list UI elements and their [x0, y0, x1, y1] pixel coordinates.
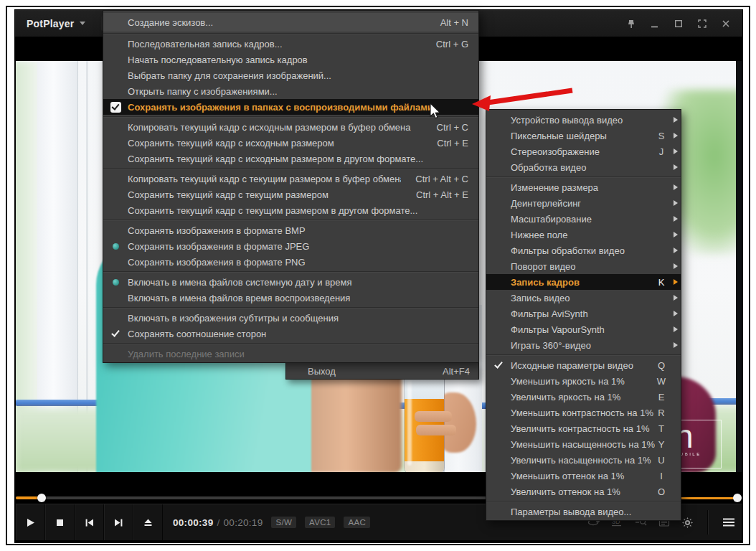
menu-item[interactable]: Пиксельные шейдеры S: [486, 128, 681, 143]
menu-item[interactable]: Фильтры обработки видео: [486, 242, 681, 258]
menu-item-label: Фильтры VapourSynth: [511, 324, 655, 335]
menu-item-label: Деинтерлейсинг: [511, 198, 655, 209]
submenu-arrow-icon: [671, 149, 681, 154]
menu-item[interactable]: Сохранить текущий кадр с текущим размеро…: [103, 187, 478, 202]
menu-item[interactable]: Запись видео: [486, 290, 681, 306]
seek-thumb[interactable]: [37, 494, 46, 502]
menu-item[interactable]: Увеличить насыщенность на 1% U: [486, 452, 681, 468]
menu-separator: [103, 168, 478, 169]
menu-item[interactable]: Открыть папку с изображениями...: [103, 83, 478, 99]
fullscreen-button[interactable]: [694, 16, 710, 32]
stop-button[interactable]: [45, 504, 75, 540]
next-button[interactable]: [104, 504, 133, 540]
menu-item[interactable]: Последовательная запись кадров... Ctrl +…: [103, 36, 478, 52]
menu-item[interactable]: Обработка видео: [486, 159, 681, 175]
shortcut-label: O: [655, 486, 668, 497]
stop-icon: [55, 517, 65, 528]
play-button[interactable]: [16, 504, 45, 540]
menu-hamburger-icon[interactable]: [722, 517, 736, 528]
menu-item[interactable]: Уменьшить оттенок на 1% I: [486, 468, 681, 484]
menu-item[interactable]: Сохранить текущий кадр с исходным размер…: [103, 151, 478, 166]
menu-item-label: Обработка видео: [511, 162, 655, 173]
menu-item[interactable]: Сохранять изображения в формате JPEG: [103, 238, 478, 254]
time-display: 00:00:39 / 00:20:19 S/W AVC1 AAC: [173, 517, 370, 528]
menu-item[interactable]: Фильтры AviSynth: [486, 306, 681, 321]
menu-item[interactable]: Сохранить текущий кадр с текущим размеро…: [103, 202, 478, 218]
shortcut-label: Y: [655, 439, 668, 450]
current-time: 00:00:39: [173, 517, 213, 528]
menu-item[interactable]: Параметры вывода видео...: [486, 504, 681, 519]
shortcut-label: S: [655, 131, 668, 141]
menu-item[interactable]: Копировать текущий кадр с текущим размер…: [103, 171, 478, 187]
menu-item[interactable]: Уменьшить яркость на 1% W: [486, 373, 681, 389]
menu-item[interactable]: Создание эскизов... Alt + N: [103, 13, 478, 32]
menu-item-label: Копировать текущий кадр с текущим размер…: [128, 174, 401, 184]
chevron-down-icon[interactable]: [80, 22, 85, 25]
menu-item-label: Сохранить текущий кадр с текущим размеро…: [128, 189, 402, 200]
submenu-arrow-icon: [671, 311, 681, 316]
close-button[interactable]: [718, 16, 734, 32]
menu-item[interactable]: Исходные параметры видео Q: [486, 357, 681, 373]
eject-icon: [143, 517, 153, 528]
menu-item[interactable]: Сохранять изображения в формате PNG: [103, 254, 478, 270]
menu-item[interactable]: Уменьшить контрастность на 1% R: [486, 405, 681, 420]
menu-item[interactable]: Увеличить контрастность на 1% T: [486, 420, 681, 436]
menu-item[interactable]: Увеличить яркость на 1% E: [486, 389, 681, 405]
video-codec-badge: AVC1: [305, 517, 335, 528]
previous-icon: [84, 517, 95, 528]
menu-item[interactable]: Начать последовательную запись кадров: [103, 52, 478, 67]
menu-item[interactable]: Включать в имена файлов время воспроизве…: [103, 290, 478, 306]
menu-item[interactable]: Сохранять соотношение сторон: [103, 326, 478, 342]
minimize-icon: [650, 19, 660, 29]
menu-item-exit[interactable]: Выход Alt+F4: [285, 363, 479, 380]
menu-item-label: Уменьшить оттенок на 1%: [511, 471, 655, 481]
menu-item[interactable]: Запись кадров K: [486, 274, 681, 290]
submenu-arrow-icon: [671, 133, 681, 138]
menu-item[interactable]: Поворот видео: [486, 258, 681, 274]
menu-separator: [486, 354, 681, 356]
menu-item-label: Открыть папку с изображениями...: [128, 86, 454, 97]
menu-item-label: Уменьшить насыщенность на 1%: [511, 439, 655, 450]
maximize-button[interactable]: [671, 16, 686, 32]
play-icon: [25, 517, 36, 528]
app-title[interactable]: PotPlayer: [27, 18, 74, 29]
menu-item-label: Поворот видео: [511, 261, 655, 272]
total-time: 00:20:19: [224, 517, 263, 528]
menu-item[interactable]: Изменение размера: [486, 179, 681, 195]
menu-item-label: Запись кадров: [511, 277, 655, 288]
menu-item-label: Сохранять изображения в папках с воспрои…: [128, 102, 454, 113]
menu-item[interactable]: Уменьшить насыщенность на 1% Y: [486, 436, 681, 452]
menu-item[interactable]: Копировать текущий кадр с исходным разме…: [103, 119, 478, 135]
shortcut-label: U: [655, 455, 668, 466]
menu-item-label: Включать в имена файлов время воспроизве…: [128, 293, 454, 303]
pin-button[interactable]: [623, 16, 639, 32]
menu-item[interactable]: Сохранить текущий кадр с исходным размер…: [103, 135, 478, 151]
eject-button[interactable]: [133, 504, 163, 540]
menu-item[interactable]: Нижнее поле: [486, 227, 681, 242]
previous-button[interactable]: [75, 504, 104, 540]
shortcut-label: J: [655, 146, 668, 157]
menu-item[interactable]: Увеличить оттенок на 1% O: [486, 484, 681, 499]
menu-item-label: Сохранять изображения в формате PNG: [128, 257, 454, 268]
menu-item[interactable]: Сохранять изображения в папках с воспрои…: [103, 99, 478, 115]
menu-item-label: Сохранять изображения в формате JPEG: [128, 241, 454, 252]
menu-item[interactable]: Масштабирование: [486, 211, 681, 227]
volume-thumb[interactable]: [733, 494, 742, 502]
menu-item[interactable]: Включать в имена файлов системную дату и…: [103, 274, 478, 290]
settings-gear-icon[interactable]: [681, 517, 694, 529]
menu-item[interactable]: Удалить последние записи: [103, 346, 478, 362]
menu-separator: [103, 116, 478, 118]
menu-item[interactable]: Сохранять изображения в формате BMP: [103, 222, 478, 238]
submenu-arrow-icon: [671, 200, 681, 206]
shortcut-label: T: [655, 423, 668, 434]
menu-item[interactable]: Стереоизображение J: [486, 143, 681, 159]
shortcut-label: Ctrl + E: [437, 138, 468, 149]
shortcut-label: Ctrl + Alt + C: [415, 174, 468, 184]
decoder-badge: S/W: [271, 517, 296, 528]
menu-item[interactable]: Выбрать папку для сохранения изображений…: [103, 67, 478, 83]
menu-item[interactable]: Деинтерлейсинг: [486, 195, 681, 211]
minimize-button[interactable]: [647, 16, 663, 32]
menu-item[interactable]: Играть 360°-видео: [486, 337, 681, 353]
menu-item[interactable]: Включать в изображения субтитры и сообще…: [103, 310, 478, 326]
menu-item[interactable]: Фильтры VapourSynth: [486, 321, 681, 337]
